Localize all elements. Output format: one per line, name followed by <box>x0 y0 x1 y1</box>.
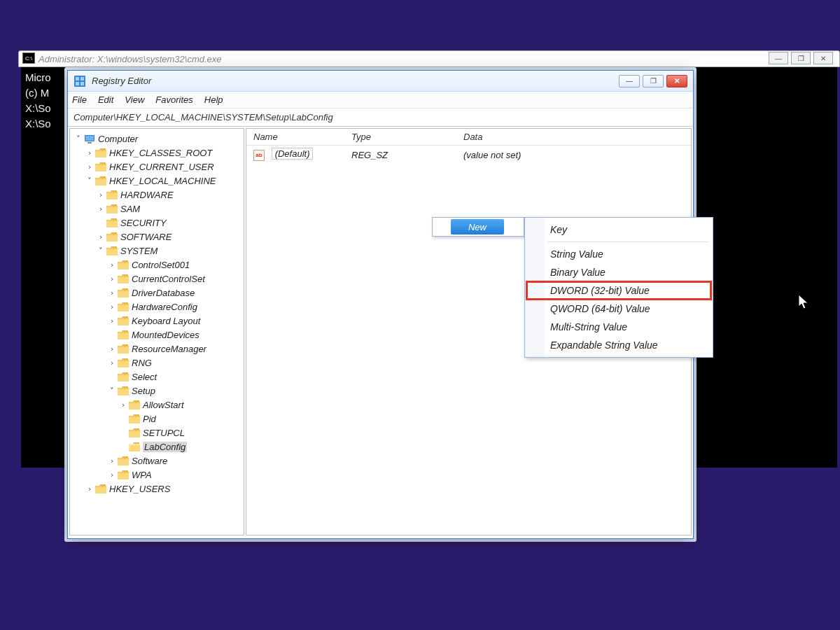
expand-toggle-icon[interactable] <box>119 442 127 451</box>
context-item-string-value[interactable]: String Value <box>526 245 711 263</box>
tree-node-labconfig[interactable]: LabConfig <box>71 440 242 454</box>
svg-rect-13 <box>95 178 106 179</box>
tree-node-hkey-users[interactable]: › HKEY_USERS <box>71 482 242 496</box>
svg-rect-56 <box>95 486 106 487</box>
tree-node-hardwareconfig[interactable]: › HardwareConfig <box>71 300 242 314</box>
expand-toggle-icon[interactable]: › <box>108 316 116 326</box>
svg-rect-9 <box>95 150 106 151</box>
regedit-maximize-button[interactable]: ❐ <box>643 75 664 88</box>
svg-rect-3 <box>76 82 79 85</box>
tree-node-security[interactable]: SECURITY <box>71 216 242 230</box>
cmd-close-button[interactable]: ✕ <box>813 52 833 64</box>
regedit-tree-pane[interactable]: ˅ Computer › HKEY_CLASSES_ROOT › HKEY_CU… <box>69 128 244 536</box>
context-item-expandable-string-value[interactable]: Expandable String Value <box>526 336 711 354</box>
folder-icon <box>106 190 118 200</box>
tree-node-hardware[interactable]: › HARDWARE <box>71 188 242 202</box>
expand-toggle-icon[interactable]: › <box>97 232 105 241</box>
tree-node-controlset001[interactable]: › ControlSet001 <box>71 258 242 272</box>
col-name[interactable]: Name <box>246 132 344 142</box>
expand-toggle-icon[interactable]: › <box>108 344 116 354</box>
tree-node-computer[interactable]: ˅ Computer <box>71 132 242 146</box>
col-data[interactable]: Data <box>456 132 691 142</box>
context-menu-parent[interactable]: New <box>432 217 524 237</box>
tree-node-keyboard-layout[interactable]: › Keyboard Layout <box>71 314 242 328</box>
regedit-close-button[interactable]: ✕ <box>666 75 687 88</box>
col-type[interactable]: Type <box>344 132 456 142</box>
expand-toggle-icon[interactable]: › <box>108 358 116 368</box>
expand-toggle-icon[interactable]: ˅ <box>85 176 94 186</box>
expand-toggle-icon[interactable]: ˅ <box>108 386 116 396</box>
expand-toggle-icon[interactable]: › <box>85 148 94 158</box>
tree-node-allowstart[interactable]: › AllowStart <box>71 398 242 412</box>
context-submenu-new[interactable]: KeyString ValueBinary ValueDWORD (32-bit… <box>524 217 713 358</box>
context-separator <box>547 241 708 242</box>
tree-node-label: HardwareConfig <box>132 302 197 312</box>
context-item-multi-string-value[interactable]: Multi-String Value <box>526 318 711 336</box>
context-item-dword-32-bit-value[interactable]: DWORD (32-bit) Value <box>526 281 711 300</box>
value-name: (Default) <box>272 148 314 160</box>
tree-node-label: Keyboard Layout <box>132 316 200 326</box>
context-item-new[interactable]: New <box>451 219 504 234</box>
svg-rect-27 <box>118 276 129 277</box>
menu-favorites[interactable]: Favorites <box>155 94 192 105</box>
tree-node-software[interactable]: › SOFTWARE <box>71 230 242 244</box>
regedit-minimize-button[interactable]: — <box>619 75 640 88</box>
expand-toggle-icon[interactable]: › <box>119 400 127 410</box>
tree-node-label: SOFTWARE <box>120 232 172 242</box>
expand-toggle-icon[interactable]: › <box>108 302 116 312</box>
expand-toggle-icon[interactable] <box>97 218 105 227</box>
expand-toggle-icon[interactable]: › <box>85 162 94 172</box>
tree-node-label: Setup <box>132 386 155 396</box>
expand-toggle-icon[interactable]: › <box>97 190 105 200</box>
folder-icon <box>118 330 129 340</box>
tree-node-setup[interactable]: ˅ Setup <box>71 384 242 398</box>
expand-toggle-icon[interactable]: › <box>85 484 94 493</box>
tree-node-system[interactable]: ˅ SYSTEM <box>71 244 242 258</box>
tree-node-hkey-classes-root[interactable]: › HKEY_CLASSES_ROOT <box>71 146 242 160</box>
cmd-titlebar[interactable]: Administrator: X:\windows\system32\cmd.e… <box>18 50 840 67</box>
menu-help[interactable]: Help <box>204 94 223 105</box>
tree-node-hkey-current-user[interactable]: › HKEY_CURRENT_USER <box>71 160 242 174</box>
tree-node-resourcemanager[interactable]: › ResourceManager <box>71 342 242 356</box>
cmd-minimize-button[interactable]: — <box>769 52 788 64</box>
expand-toggle-icon[interactable]: ˅ <box>97 246 105 255</box>
menu-file[interactable]: File <box>72 94 87 105</box>
svg-rect-21 <box>106 234 118 235</box>
regedit-title: Registry Editor <box>92 76 151 86</box>
tree-node-setupcl[interactable]: SETUPCL <box>71 426 242 440</box>
expand-toggle-icon[interactable]: ˅ <box>74 134 83 144</box>
tree-node-driverdatabase[interactable]: › DriverDatabase <box>71 286 242 300</box>
tree-node-pid[interactable]: Pid <box>71 412 242 426</box>
tree-node-select[interactable]: Select <box>71 370 242 384</box>
expand-toggle-icon[interactable]: › <box>108 288 116 298</box>
expand-toggle-icon[interactable] <box>119 428 127 438</box>
mouse-cursor-icon <box>798 294 811 314</box>
regedit-address-bar[interactable]: Computer\HKEY_LOCAL_MACHINE\SYSTEM\Setup… <box>68 108 693 127</box>
menu-edit[interactable]: Edit <box>98 94 113 105</box>
expand-toggle-icon[interactable] <box>119 414 127 424</box>
tree-node-label: SETUPCL <box>143 428 185 438</box>
menu-view[interactable]: View <box>125 94 144 105</box>
tree-node-wpa[interactable]: › WPA <box>71 468 242 482</box>
context-item-binary-value[interactable]: Binary Value <box>526 263 711 281</box>
regedit-titlebar[interactable]: Registry Editor — ❐ ✕ <box>68 71 693 92</box>
expand-toggle-icon[interactable] <box>108 372 116 382</box>
tree-node-rng[interactable]: › RNG <box>71 356 242 370</box>
value-row[interactable]: ab (Default) REG_SZ (value not set) <box>246 146 691 164</box>
cmd-maximize-button[interactable]: ❐ <box>791 52 811 64</box>
tree-node-label: Pid <box>143 414 156 424</box>
tree-node-mounteddevices[interactable]: MountedDevices <box>71 328 242 342</box>
tree-node-software[interactable]: › Software <box>71 454 242 468</box>
expand-toggle-icon[interactable]: › <box>97 204 105 214</box>
context-item-qword-64-bit-value[interactable]: QWORD (64-bit) Value <box>526 300 711 318</box>
tree-node-hkey-local-machine[interactable]: ˅ HKEY_LOCAL_MACHINE <box>71 174 242 188</box>
expand-toggle-icon[interactable]: › <box>108 456 116 465</box>
expand-toggle-icon[interactable] <box>108 330 116 340</box>
expand-toggle-icon[interactable]: › <box>108 274 116 284</box>
expand-toggle-icon[interactable]: › <box>108 470 116 479</box>
tree-node-currentcontrolset[interactable]: › CurrentControlSet <box>71 272 242 286</box>
tree-node-sam[interactable]: › SAM <box>71 202 242 216</box>
context-item-key[interactable]: Key <box>526 220 711 239</box>
expand-toggle-icon[interactable]: › <box>108 260 116 270</box>
svg-rect-25 <box>118 262 129 263</box>
